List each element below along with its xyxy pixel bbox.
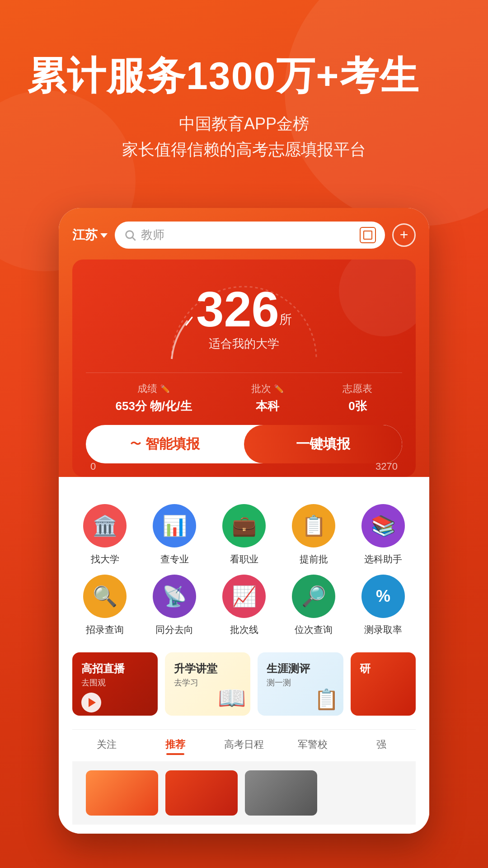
tab-follow[interactable]: 关注: [72, 734, 141, 759]
volunteer-field-value: 0张: [343, 398, 372, 414]
banner-study[interactable]: 升学讲堂 去学习 📖: [165, 652, 250, 716]
same-score-icon-circle: 📡: [153, 575, 196, 618]
search-icon: [124, 229, 136, 241]
hero-section: 累计服务1300万+考生 中国教育APP金榜 家长值得信赖的高考志愿填报平台: [0, 0, 488, 190]
major-icon-circle: 📊: [153, 504, 196, 547]
preview-item-3[interactable]: [245, 770, 317, 816]
early-label: 提前批: [300, 553, 328, 566]
icon-batch-line[interactable]: 📈 批次线: [211, 575, 277, 636]
rank-label: 位次查询: [295, 623, 333, 636]
banner-assessment[interactable]: 生涯测评 测一测 📋: [258, 652, 343, 716]
tab-recommend-label: 推荐: [165, 738, 185, 751]
quick-fill-button[interactable]: 一键填报: [244, 425, 402, 463]
tab-schedule[interactable]: 高考日程: [210, 734, 278, 759]
subject-label: 选科助手: [364, 553, 402, 566]
icon-grid: 🏛️ 找大学 📊 查专业 💼 看职业 📋 提前批 📚 选科助手 🔍: [72, 504, 416, 636]
banner-live[interactable]: 高招直播 去围观: [72, 652, 158, 716]
score-display: 326所: [196, 284, 292, 334]
hero-subtitle-line1: 中国教育APP金榜: [179, 114, 309, 133]
chart-icon: 📋: [314, 688, 339, 711]
banner-live-sub: 去围观: [81, 677, 149, 688]
white-section: 🏛️ 找大学 📊 查专业 💼 看职业 📋 提前批 📚 选科助手 🔍: [59, 486, 429, 834]
batch-field-label: 批次: [251, 382, 271, 396]
info-batch[interactable]: 批次 ✏️ 本科: [251, 382, 284, 414]
icon-early-admission[interactable]: 📋 提前批: [281, 504, 346, 566]
banner-research-title: 研: [360, 661, 407, 675]
preview-item-1[interactable]: [86, 770, 158, 816]
icon-admission-rate[interactable]: % 测录取率: [351, 575, 416, 636]
rate-icon-circle: %: [361, 575, 405, 618]
svg-point-0: [126, 231, 133, 238]
banner-assessment-sub: 测一测: [267, 677, 334, 688]
icon-career[interactable]: 💼 看职业: [211, 504, 277, 566]
app-content: 江苏 教师 +: [59, 208, 429, 477]
province-text: 江苏: [72, 226, 98, 244]
subject-icon-circle: 📚: [361, 504, 405, 547]
chevron-down-icon: [100, 233, 108, 238]
icon-subject-helper[interactable]: 📚 选科助手: [351, 504, 416, 566]
score-center: 326所 适合我的大学: [196, 284, 292, 352]
banner-row: 高招直播 去围观 升学讲堂 去学习 📖 生涯测评 测一测 📋 研: [72, 652, 416, 716]
tab-strong-label: 强: [376, 738, 386, 751]
bottom-tabs: 关注 推荐 高考日程 军警校 强: [72, 729, 416, 761]
university-label: 找大学: [91, 553, 119, 566]
tab-strong[interactable]: 强: [347, 734, 416, 759]
scan-icon[interactable]: [360, 227, 376, 243]
hero-subtitle-line2: 家长值得信赖的高考志愿填报平台: [122, 140, 366, 159]
info-row: 成绩 ✏️ 653分 物/化/生 批次 ✏️ 本科 志愿表 0: [86, 373, 402, 414]
tab-schedule-label: 高考日程: [224, 738, 264, 751]
play-button[interactable]: [81, 693, 101, 712]
edit-batch-icon: ✏️: [274, 384, 284, 394]
batch-line-icon-circle: 📈: [222, 575, 266, 618]
early-icon-circle: 📋: [292, 504, 335, 547]
tab-recommend[interactable]: 推荐: [141, 734, 210, 759]
batch-line-label: 批次线: [230, 623, 258, 636]
action-buttons: 〜 智能填报 一键填报: [86, 425, 402, 463]
pulse-icon: 〜: [130, 437, 141, 451]
info-volunteer[interactable]: 志愿表 0张: [343, 382, 372, 414]
icon-university[interactable]: 🏛️ 找大学: [72, 504, 137, 566]
batch-field-value: 本科: [251, 398, 284, 414]
book-icon: 📖: [218, 685, 246, 711]
play-icon: [89, 698, 96, 707]
icon-enrollment[interactable]: 🔍 招录查询: [72, 575, 137, 636]
top-bar: 江苏 教师 +: [72, 222, 416, 249]
banner-live-title: 高招直播: [81, 661, 149, 675]
rank-icon-circle: 🔎: [292, 575, 335, 618]
add-button[interactable]: +: [392, 223, 416, 247]
icon-rank-query[interactable]: 🔎 位次查询: [281, 575, 346, 636]
edit-score-icon: ✏️: [160, 384, 170, 394]
banner-study-title: 升学讲堂: [174, 661, 241, 675]
career-label: 看职业: [230, 553, 258, 566]
search-bar[interactable]: 教师: [115, 222, 385, 249]
icon-same-score[interactable]: 📡 同分去向: [142, 575, 207, 636]
gauge-max: 3270: [375, 461, 398, 472]
info-score[interactable]: 成绩 ✏️ 653分 物/化/生: [115, 382, 192, 414]
career-icon-circle: 💼: [222, 504, 266, 547]
gauge-area: 326所 适合我的大学: [86, 273, 402, 363]
hero-subtitle: 中国教育APP金榜 家长值得信赖的高考志愿填报平台: [27, 111, 461, 163]
rate-label: 测录取率: [364, 623, 402, 636]
icon-major[interactable]: 📊 查专业: [142, 504, 207, 566]
province-selector[interactable]: 江苏: [72, 226, 108, 244]
tab-active-indicator: [166, 753, 184, 755]
score-field-value: 653分 物/化/生: [115, 398, 192, 414]
score-card: 326所 适合我的大学 0 3270 成绩 ✏️ 653分 物/化/生: [72, 259, 416, 477]
preview-item-2[interactable]: [165, 770, 238, 816]
volunteer-field-label: 志愿表: [343, 382, 372, 396]
tab-follow-label: 关注: [97, 738, 117, 751]
preview-strip: [72, 761, 416, 825]
score-unit: 所: [279, 312, 292, 326]
phone-mockup: 江苏 教师 +: [59, 208, 429, 834]
svg-line-1: [132, 237, 135, 240]
tab-military[interactable]: 军警校: [278, 734, 347, 759]
score-desc: 适合我的大学: [196, 336, 292, 352]
enrollment-icon-circle: 🔍: [83, 575, 127, 618]
score-number: 326: [196, 281, 279, 337]
score-field-label: 成绩: [137, 382, 157, 396]
smart-fill-button[interactable]: 〜 智能填报: [86, 425, 244, 463]
smart-fill-label: 智能填报: [145, 435, 200, 453]
same-score-label: 同分去向: [155, 623, 193, 636]
banner-research[interactable]: 研: [351, 652, 416, 716]
university-icon-circle: 🏛️: [83, 504, 127, 547]
